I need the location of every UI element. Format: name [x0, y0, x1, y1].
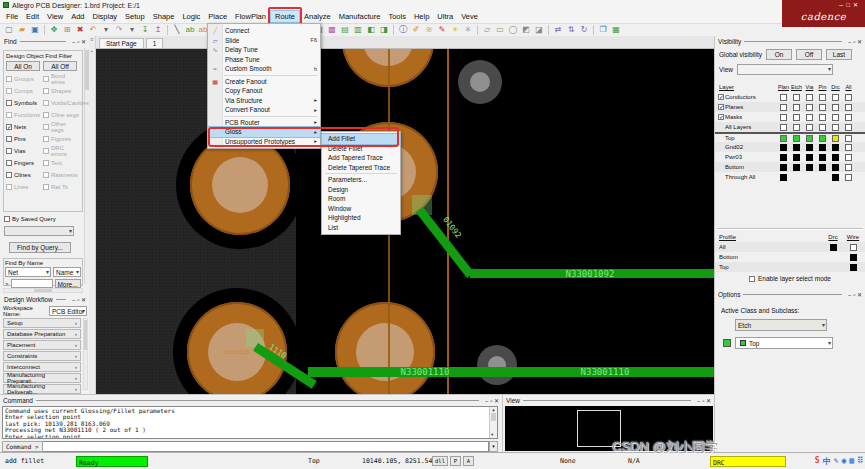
menu-manufacture[interactable]: Manufacture: [335, 11, 385, 22]
menu-file[interactable]: File: [2, 11, 22, 22]
unchecked-cell[interactable]: [845, 174, 852, 181]
menu-analyze[interactable]: Analyze: [300, 11, 335, 22]
workflow-item-interconnect[interactable]: Interconnect›: [3, 362, 81, 372]
empty-cell[interactable]: [845, 104, 852, 111]
route-menu-item-delay-tune[interactable]: ∿Delay Tune: [208, 45, 320, 55]
visibility-on-button[interactable]: On: [766, 49, 792, 60]
empty-cell[interactable]: [819, 114, 826, 121]
empty-cell[interactable]: [793, 104, 800, 111]
find-filter-pins[interactable]: Pins: [6, 133, 43, 145]
close-icon[interactable]: ✕: [857, 292, 862, 298]
workflow-item-manufacturing-preparati[interactable]: Manufacturing Preparati...›: [3, 373, 81, 383]
layer-group-checkbox[interactable]: [718, 104, 724, 110]
empty-cell[interactable]: [819, 124, 826, 131]
route-menu-item-phase-tune[interactable]: Phase Tune: [208, 55, 320, 65]
black-cell[interactable]: [832, 154, 839, 161]
unchecked-cell[interactable]: [845, 144, 852, 151]
gloss-submenu-item-delete-fillet[interactable]: Delete Fillet: [322, 144, 400, 154]
menu-flowplan[interactable]: FlowPlan: [231, 11, 270, 22]
menu-view[interactable]: View: [43, 11, 67, 22]
padstack-icon[interactable]: ◧: [365, 24, 377, 36]
spin-icon[interactable]: ⇅: [565, 24, 577, 36]
sogou-icon[interactable]: S: [815, 456, 820, 467]
workflow-item-constraints[interactable]: Constraints›: [3, 351, 81, 361]
by-saved-query-checkbox[interactable]: By Saved Query: [4, 216, 56, 222]
dehighlight-icon[interactable]: ✳: [462, 24, 474, 36]
gloss-submenu-item-delete-tapered-trace[interactable]: Delete Tapered Trace: [322, 163, 400, 173]
markup-icon[interactable]: ✎: [436, 24, 448, 36]
route-menu-item-copy-fanout[interactable]: Copy Fanout: [208, 86, 320, 96]
add-line-icon[interactable]: ╲: [171, 24, 183, 36]
empty-cell[interactable]: [806, 94, 813, 101]
gloss-submenu-item-add-tapered-trace[interactable]: Add Tapered Trace: [322, 153, 400, 163]
visibility-off-button[interactable]: Off: [796, 49, 822, 60]
shape-circle-icon[interactable]: ◯: [507, 24, 519, 36]
gloss-submenu-item-design[interactable]: Design: [322, 185, 400, 195]
unchecked-cell[interactable]: [845, 154, 852, 161]
new-file-icon[interactable]: ▢: [3, 24, 15, 36]
layer-group-checkbox[interactable]: [718, 94, 724, 100]
menu-add[interactable]: Add: [67, 11, 88, 22]
black-cell[interactable]: [830, 244, 837, 251]
class-dropdown[interactable]: Etch: [735, 319, 827, 331]
close-icon[interactable]: ✕: [494, 398, 499, 404]
route-menu-item-create-fanout[interactable]: ▦Create Fanout: [208, 77, 320, 87]
copy-icon[interactable]: ⊞: [61, 24, 73, 36]
unfix-icon[interactable]: ↥: [152, 24, 164, 36]
menu-setup[interactable]: Setup: [121, 11, 149, 22]
empty-cell[interactable]: [819, 94, 826, 101]
show-element-icon[interactable]: ⓘ: [397, 24, 409, 36]
ime-mic-icon[interactable]: ◉: [841, 456, 846, 467]
green-cell[interactable]: [819, 135, 826, 142]
workspace-dropdown[interactable]: PCB Editor: [49, 306, 87, 316]
layers-icon[interactable]: ▤: [339, 24, 351, 36]
empty-cell[interactable]: [832, 114, 839, 121]
window-controls[interactable]: ─□✕: [782, 0, 865, 8]
ime-lang-icon[interactable]: 中: [823, 456, 831, 467]
ime-pen-icon[interactable]: ✎: [834, 456, 839, 467]
more-button[interactable]: More...: [55, 279, 81, 288]
board-view-icon[interactable]: ▦: [610, 24, 622, 36]
workflow-item-database-preparation[interactable]: Database Preparation›: [3, 329, 81, 339]
delete-icon[interactable]: ✖: [74, 24, 86, 36]
console-scrollbar[interactable]: ▲▼: [489, 407, 497, 438]
gloss-submenu-item-window[interactable]: Window: [322, 204, 400, 214]
black-cell[interactable]: [780, 174, 787, 181]
find-panel-buttons[interactable]: − ▫ ✕: [72, 38, 86, 45]
menu-tools[interactable]: Tools: [384, 11, 410, 22]
empty-cell[interactable]: [845, 94, 852, 101]
empty-cell[interactable]: [793, 114, 800, 121]
black-cell[interactable]: [793, 144, 800, 151]
route-menu-item-custom-smooth[interactable]: ≈Custom Smoothh: [208, 64, 320, 74]
menu-place[interactable]: Place: [204, 11, 231, 22]
shape-void-icon[interactable]: ◪: [533, 24, 545, 36]
dll-button[interactable]: dll: [432, 456, 448, 466]
options-panel-buttons[interactable]: − ▫ ✕: [848, 291, 862, 298]
all-off-button[interactable]: All Off: [43, 61, 77, 71]
menu-ultra[interactable]: Ultra: [433, 11, 457, 22]
route-menu-item-slide[interactable]: ▱SlideF6: [208, 36, 320, 46]
rotate-icon[interactable]: ↻: [578, 24, 590, 36]
add-text-icon[interactable]: ab: [184, 24, 196, 36]
black-cell[interactable]: [819, 144, 826, 151]
route-menu-item-gloss[interactable]: Gloss▸: [208, 127, 320, 137]
black-cell[interactable]: [780, 144, 787, 151]
empty-cell[interactable]: [780, 124, 787, 131]
application-mode-button[interactable]: A: [463, 456, 474, 466]
workflow-panel-buttons[interactable]: − ▫ ✕: [72, 296, 86, 303]
command-input[interactable]: [43, 441, 489, 452]
command-history-dropdown[interactable]: ▾: [489, 441, 498, 452]
gloss-submenu-item-add-fillet[interactable]: Add Fillet: [322, 134, 400, 144]
cross-section-icon[interactable]: ▥: [352, 24, 364, 36]
black-cell[interactable]: [806, 164, 813, 171]
black-cell[interactable]: [793, 164, 800, 171]
workflow-scrollbar[interactable]: [83, 318, 88, 390]
tab-start-page[interactable]: Start Page: [99, 38, 144, 48]
empty-cell[interactable]: [780, 114, 787, 121]
undo-menu-icon[interactable]: ▾: [100, 24, 112, 36]
find-filter-clines[interactable]: Clines: [6, 169, 43, 181]
flip-icon[interactable]: ⇄: [552, 24, 564, 36]
black-cell[interactable]: [819, 154, 826, 161]
view-panel-buttons[interactable]: − ▫ ✕: [697, 397, 711, 404]
green-cell[interactable]: [793, 135, 800, 142]
